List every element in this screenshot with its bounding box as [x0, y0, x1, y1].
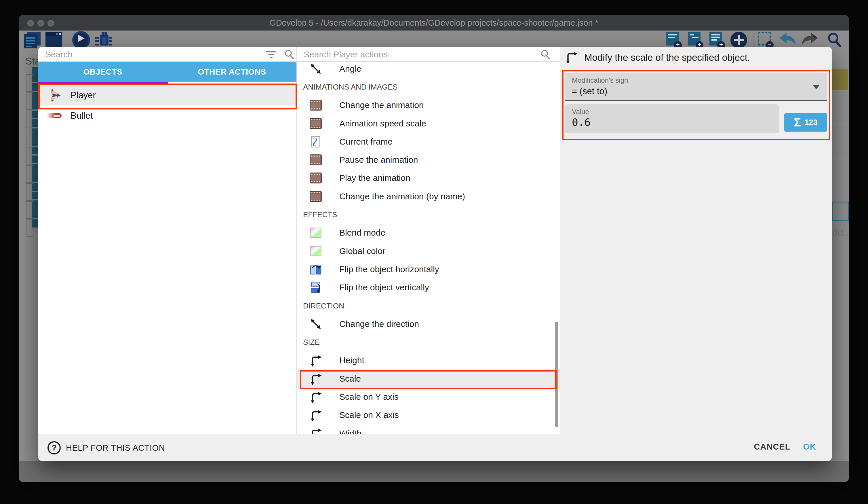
expression-builder-button[interactable]: Σ 123	[784, 113, 827, 132]
event-selection-fragment	[832, 202, 849, 221]
actions-search-input[interactable]	[303, 48, 529, 61]
action-row-change-the-direction[interactable]: Change the direction	[297, 315, 560, 333]
action-label: Scale on X axis	[339, 410, 399, 420]
action-label: Change the animation	[339, 100, 424, 110]
object-row-bullet[interactable]: Bullet	[38, 105, 297, 126]
screen: GDevelop 5 - /Users/dkarakay/Documents/G…	[0, 0, 868, 504]
search-icon[interactable]	[540, 49, 551, 60]
sigma-icon: Σ	[794, 117, 801, 129]
action-row-angle[interactable]: Angle	[297, 60, 560, 78]
section-label: DIRECTION	[303, 301, 344, 310]
action-label: Height	[339, 355, 364, 365]
action-section-header: ANIMATIONS AND IMAGES	[297, 78, 560, 96]
film-strip-icon	[309, 190, 322, 203]
event-margin-fragment	[26, 92, 33, 110]
action-section-header: SIZE	[297, 333, 560, 351]
film-strip-icon	[309, 172, 322, 184]
action-label: Scale	[339, 374, 361, 384]
event-margin-fragment	[26, 201, 33, 219]
action-row-change-the-animation[interactable]: Change the animation	[297, 96, 560, 114]
section-label: EFFECTS	[303, 210, 337, 219]
action-row-blend-mode[interactable]: Blend mode	[297, 224, 560, 242]
action-editor-dialog: OBJECTS OTHER ACTIONS PlayerBullet Angle…	[38, 47, 832, 461]
action-row-width[interactable]: Width	[297, 424, 560, 434]
player-ship-icon	[49, 89, 62, 102]
action-label: Width	[339, 429, 361, 434]
actions-list: AngleANIMATIONS AND IMAGESChange the ani…	[297, 60, 560, 434]
action-row-animation-speed-scale[interactable]: Animation speed scale	[297, 114, 560, 132]
event-margin-fragment	[26, 129, 33, 146]
resize-corner-icon	[309, 427, 322, 434]
action-row-pause-the-animation[interactable]: Pause the animation	[297, 151, 560, 169]
field-value: = (set to)	[572, 86, 607, 97]
action-row-global-color[interactable]: Global color	[297, 242, 560, 260]
action-row-flip-the-object-vertically[interactable]: Flip the object vertically	[297, 279, 560, 296]
action-row-current-frame[interactable]: Current frame	[297, 132, 560, 151]
blend-gradient-icon	[309, 245, 322, 258]
event-margin-fragment	[26, 183, 33, 201]
tab-other-actions[interactable]: OTHER ACTIONS	[167, 62, 297, 82]
angle-arrow-icon	[309, 62, 322, 75]
title-bar: GDevelop 5 - /Users/dkarakay/Documents/G…	[19, 15, 849, 31]
chevron-down-icon	[813, 85, 820, 89]
action-row-scale[interactable]: Scale	[297, 370, 560, 387]
actions-search-row	[297, 47, 560, 61]
value-field[interactable]: Value 0.6	[565, 104, 779, 133]
ok-button[interactable]: OK	[792, 442, 827, 452]
object-label: Player	[71, 90, 96, 101]
action-section-header: DIRECTION	[297, 296, 560, 315]
film-strip-icon	[309, 99, 322, 111]
filter-icon[interactable]	[265, 50, 278, 59]
editor-pane: Modify the scale of the specified object…	[560, 47, 832, 461]
section-label: SIZE	[303, 338, 320, 347]
event-grid-line	[832, 192, 848, 192]
angle-arrow-icon	[309, 317, 322, 330]
action-label: Play the animation	[339, 173, 410, 183]
frame-page-icon	[309, 135, 322, 148]
scrollbar-thumb[interactable]	[555, 322, 558, 427]
add-event-icon: +	[666, 32, 681, 49]
add-circle-icon	[731, 32, 747, 48]
resize-corner-icon	[309, 372, 322, 385]
resize-corner-icon	[565, 50, 578, 65]
help-for-this-action-button[interactable]: ? HELP FOR THIS ACTION	[48, 441, 165, 454]
modification-sign-select[interactable]: Modification's sign = (set to)	[565, 73, 827, 101]
flip-vertical-icon	[309, 281, 322, 294]
action-row-flip-the-object-horizontally[interactable]: Flip the object horizontally	[297, 260, 560, 278]
help-icon: ?	[48, 441, 61, 454]
undo-icon	[778, 32, 797, 49]
action-row-play-the-animation[interactable]: Play the animation	[297, 169, 560, 187]
add-row-partial-label: dd...	[832, 226, 849, 238]
action-label: Blend mode	[339, 228, 385, 238]
add-comment-icon: +	[710, 32, 724, 49]
event-margin-fragment	[26, 111, 33, 128]
objects-search-input[interactable]	[45, 48, 256, 61]
digits-label: 123	[805, 118, 818, 127]
tab-objects[interactable]: OBJECTS	[38, 62, 167, 82]
action-section-header: EFFECTS	[297, 205, 560, 223]
event-grid-line	[832, 90, 848, 90]
resize-corner-icon	[309, 391, 322, 403]
event-margin-fragment	[26, 74, 33, 92]
action-label: Pause the animation	[339, 155, 418, 165]
object-row-player[interactable]: Player	[38, 85, 297, 105]
editor-title: Modify the scale of the specified object…	[584, 52, 750, 63]
resize-corner-icon	[309, 354, 322, 367]
action-row-scale-on-y-axis[interactable]: Scale on Y axis	[297, 387, 560, 406]
project-manager-icon	[24, 32, 41, 48]
action-row-change-the-animation-by-name-[interactable]: Change the animation (by name)	[297, 187, 560, 205]
search-icon[interactable]	[283, 49, 295, 60]
active-tab-indicator	[38, 82, 168, 84]
field-value: 0.6	[572, 117, 591, 128]
event-grid-line	[832, 124, 848, 124]
field-label: Modification's sign	[572, 76, 628, 84]
objects-search-row	[38, 47, 297, 61]
action-row-scale-on-x-axis[interactable]: Scale on X axis	[297, 406, 560, 424]
redo-icon	[800, 32, 819, 49]
action-label: Flip the object vertically	[339, 283, 429, 292]
field-label: Value	[572, 108, 589, 116]
action-row-height[interactable]: Height	[297, 351, 560, 370]
event-grid-line	[832, 158, 848, 158]
event-margin-fragment	[26, 220, 33, 237]
bullet-icon	[46, 113, 62, 118]
